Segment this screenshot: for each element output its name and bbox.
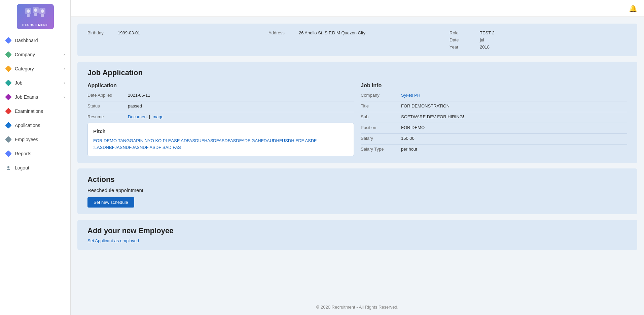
year-value: 2018 (480, 44, 490, 50)
role-row: Role TEST 2 (450, 30, 627, 35)
svg-point-9 (7, 166, 9, 168)
birthday-label: Birthday (87, 30, 114, 35)
date-applied-value: 2021-06-11 (128, 93, 150, 98)
svg-point-10 (7, 169, 10, 170)
content-area: Birthday 1999-03-01 Address 26 Apollo St… (71, 17, 644, 299)
set-new-schedule-button[interactable]: Set new schedule (87, 197, 134, 208)
sidebar-item-dashboard[interactable]: Dashboard (0, 33, 70, 48)
svg-rect-7 (34, 13, 37, 16)
reschedule-label: Reschedule appointment (87, 187, 627, 193)
personal-info-card: Birthday 1999-03-01 Address 26 Apollo St… (77, 24, 637, 56)
sidebar-item-job[interactable]: Job › (0, 76, 70, 90)
year-row: Year 2018 (450, 44, 627, 50)
add-employee-card: Add your new Employee Set Applicant as e… (77, 220, 637, 250)
pitch-title: Pitch (93, 128, 348, 134)
bell-icon[interactable]: 🔔 (629, 4, 637, 12)
year-label: Year (450, 44, 476, 50)
resume-image-link[interactable]: Image (151, 114, 164, 119)
company-icon (5, 52, 11, 58)
job-exams-icon (5, 94, 11, 100)
date-applied-label: Date Applied (87, 93, 124, 98)
sidebar-item-logout[interactable]: Logout (0, 161, 70, 175)
divider (361, 133, 627, 134)
sidebar-label-employees: Employees (15, 137, 38, 142)
reports-icon (5, 151, 11, 157)
logo-image (17, 4, 54, 29)
sidebar-label-logout: Logout (15, 165, 29, 170)
company-row: Company Sykes PH (361, 93, 627, 98)
sidebar-logo (0, 0, 70, 33)
pitch-text: FOR DEMO TANGGAPIN NYO KO PLEASE ADFASDU… (93, 137, 348, 151)
divider (361, 123, 627, 123)
svg-point-3 (27, 9, 30, 13)
birthday-row: Birthday 1999-03-01 (87, 30, 265, 35)
salary-value: 150.00 (401, 136, 415, 141)
chevron-right-icon: › (64, 52, 65, 57)
actions-card: Actions Reschedule appointment Set new s… (77, 168, 637, 214)
salary-type-row: Salary Type per hour (361, 147, 627, 152)
date-label: Date (450, 37, 476, 42)
role-group: Role TEST 2 Date jul Year 2018 (450, 30, 627, 50)
divider (361, 144, 627, 145)
sidebar-item-category[interactable]: Category › (0, 62, 70, 76)
sidebar-label-dashboard: Dashboard (15, 38, 38, 43)
role-label: Role (450, 30, 476, 35)
address-group: Address 26 Apollo St. S.F.D.M Quezon Cit… (269, 30, 446, 50)
date-row: Date jul (450, 37, 627, 42)
job-info-section: Job Info Company Sykes PH Title FOR DEMO… (361, 83, 627, 156)
role-value: TEST 2 (480, 30, 495, 35)
status-label: Status (87, 103, 124, 108)
birthday-group: Birthday 1999-03-01 (87, 30, 265, 50)
category-icon (5, 66, 11, 72)
divider (361, 101, 627, 101)
svg-point-4 (34, 8, 37, 12)
logout-icon (5, 165, 11, 171)
date-applied-row: Date Applied 2021-06-11 (87, 93, 354, 98)
application-section-title: Application (87, 83, 354, 89)
salary-type-label: Salary Type (361, 147, 398, 152)
sidebar-item-company[interactable]: Company › (0, 48, 70, 62)
salary-row: Salary 150.00 (361, 136, 627, 141)
birthday-value: 1999-03-01 (118, 30, 140, 35)
sidebar-item-reports[interactable]: Reports (0, 147, 70, 161)
address-value: 26 Apollo St. S.F.D.M Quezon City (299, 30, 365, 35)
actions-title: Actions (87, 175, 627, 184)
job-info-section-title: Job Info (361, 83, 627, 89)
divider (87, 101, 354, 101)
position-row: Position FOR DEMO (361, 125, 627, 130)
job-application-title: Job Application (87, 68, 627, 77)
resume-row: Resume Document | Image (87, 114, 354, 119)
topbar: 🔔 (71, 0, 644, 17)
svg-rect-6 (27, 14, 30, 17)
title-label: Title (361, 103, 398, 108)
sidebar-item-applications[interactable]: Applications (0, 118, 70, 132)
salary-type-value: per hour (401, 147, 417, 152)
resume-links: Document | Image (128, 114, 164, 119)
chevron-right-icon: › (64, 95, 65, 99)
sidebar-label-reports: Reports (15, 151, 31, 156)
divider (87, 112, 354, 112)
chevron-right-icon: › (64, 66, 65, 71)
address-row: Address 26 Apollo St. S.F.D.M Quezon Cit… (269, 30, 446, 35)
sidebar-label-job: Job (15, 80, 23, 86)
svg-point-5 (41, 9, 44, 13)
resume-separator: | (148, 114, 151, 119)
sidebar-item-job-exams[interactable]: Job Exams › (0, 90, 70, 104)
applications-icon (5, 122, 11, 128)
status-value: passed (128, 103, 142, 108)
chevron-right-icon: › (64, 81, 65, 85)
set-applicant-employed-link[interactable]: Set Applicant as employed (87, 238, 139, 243)
resume-document-link[interactable]: Document (128, 114, 148, 119)
title-row: Title FOR DEMONSTRATION (361, 103, 627, 108)
employees-icon (5, 136, 11, 143)
footer: © 2020 Recruitment - All Rights Reserved… (71, 299, 644, 315)
sub-row: Sub SOFTWARE DEV FOR HIRING! (361, 114, 627, 119)
sidebar-item-examinations[interactable]: Examinations (0, 104, 70, 118)
company-value[interactable]: Sykes PH (401, 93, 420, 98)
main-content: 🔔 Birthday 1999-03-01 Address 26 Apollo … (71, 0, 644, 315)
job-application-card: Job Application Application Date Applied… (77, 62, 637, 163)
divider (361, 112, 627, 112)
sidebar-item-employees[interactable]: Employees (0, 132, 70, 147)
address-label: Address (269, 30, 295, 35)
position-label: Position (361, 125, 398, 130)
